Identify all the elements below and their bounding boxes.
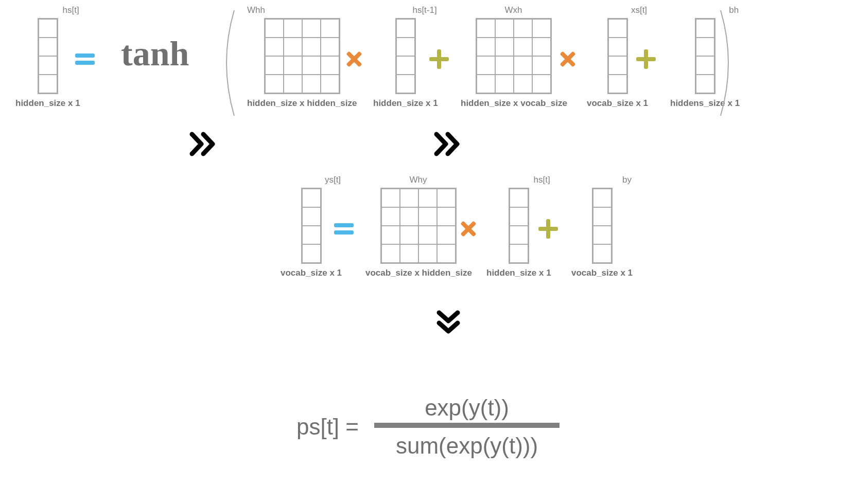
- label-whh: Whh: [247, 5, 357, 15]
- softmax-denominator: sum(exp(y(t))): [386, 428, 548, 461]
- chevron-right-icon: [188, 131, 219, 157]
- equation-output: ys[t] vocab_size x 1 Why vocab_size x hi…: [0, 175, 856, 283]
- label-why: Why: [365, 175, 472, 185]
- matrix-wxh: Wxh hidden_size x vocab_size: [461, 5, 567, 109]
- tanh-label: tanh: [121, 33, 189, 74]
- flow-arrow-down: [0, 309, 856, 339]
- vector-grid: [395, 18, 416, 94]
- dim-ys-t: vocab_size x 1: [281, 268, 342, 278]
- dim-whh: hidden_size x hidden_size: [247, 98, 357, 109]
- equation-softmax: ps[t] = exp(y(t)) sum(exp(y(t))): [0, 370, 856, 483]
- dim-wxh: hidden_size x vocab_size: [461, 98, 567, 109]
- vector-grid: [592, 188, 613, 264]
- dim-hs-t: hidden_size x 1: [15, 98, 80, 109]
- softmax-fraction: exp(y(t)) sum(exp(y(t))): [374, 393, 560, 461]
- plus-icon: [424, 44, 455, 75]
- svg-rect-11: [334, 230, 354, 235]
- svg-rect-1: [75, 61, 95, 65]
- svg-rect-15: [546, 219, 550, 239]
- svg-rect-5: [437, 49, 441, 69]
- chevron-down-icon: [435, 309, 462, 335]
- softmax-numerator: exp(y(t)): [404, 393, 530, 423]
- vector-grid: [695, 18, 715, 94]
- label-hs-tm1: hs[t-1]: [373, 5, 438, 15]
- vector-grid: [38, 18, 58, 94]
- paren-left-icon: [216, 8, 237, 118]
- plus-icon: [533, 213, 564, 244]
- vector-grid: [509, 188, 529, 264]
- equals-icon: [328, 213, 359, 244]
- label-hs-t: hs[t]: [15, 5, 80, 15]
- svg-rect-9: [644, 49, 648, 69]
- vector-grid: [301, 188, 322, 264]
- paren-right-icon: [718, 8, 739, 118]
- dim-by: vocab_size x 1: [571, 268, 633, 278]
- dim-xs-t: vocab_size x 1: [587, 98, 648, 109]
- multiply-icon: [453, 213, 484, 244]
- dim-hs-t-2: hidden_size x 1: [486, 268, 551, 278]
- matrix-grid: [476, 18, 552, 94]
- dim-hs-tm1: hidden_size x 1: [373, 98, 438, 109]
- svg-rect-10: [334, 223, 354, 227]
- label-wxh: Wxh: [461, 5, 567, 15]
- softmax-lhs: ps[t] =: [296, 414, 359, 440]
- equation-hidden-state: hs[t] hidden_size x 1 tanh Whh hidden_si…: [0, 5, 856, 118]
- label-xs-t: xs[t]: [587, 5, 648, 15]
- chevron-right-icon: [432, 131, 463, 157]
- label-ys-t: ys[t]: [281, 175, 342, 185]
- vector-by: by vocab_size x 1: [571, 175, 633, 278]
- fraction-bar: [374, 423, 560, 428]
- matrix-grid: [264, 18, 340, 94]
- multiply-icon: [552, 44, 583, 75]
- label-by: by: [571, 175, 633, 185]
- label-hs-t-2: hs[t]: [486, 175, 551, 185]
- matrix-grid: [380, 188, 457, 264]
- equals-icon: [69, 44, 100, 75]
- plus-icon: [631, 44, 661, 75]
- multiply-icon: [339, 44, 370, 75]
- svg-rect-0: [75, 53, 95, 58]
- dim-why: vocab_size x hidden_size: [365, 268, 472, 278]
- vector-grid: [607, 18, 628, 94]
- flow-arrows-row: [0, 131, 856, 162]
